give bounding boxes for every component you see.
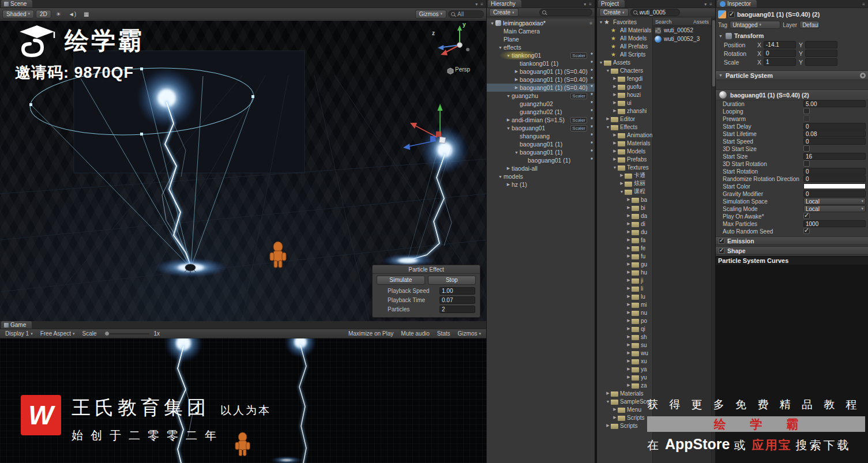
project-search-input[interactable] (640, 9, 673, 16)
layer-dropdown[interactable]: Default (799, 21, 819, 29)
hierarchy-item[interactable]: guangzhu02 (1) * ≡ (487, 108, 595, 116)
project-folder-row[interactable]: ▶ Scripts (597, 413, 652, 421)
project-folder-row[interactable]: ▶ Animations (597, 131, 652, 139)
transform-y-field[interactable] (805, 50, 837, 57)
particle-panel-value-field[interactable]: 2 (439, 306, 475, 313)
project-folder-row[interactable]: ▶ da (597, 212, 652, 220)
foldout-arrow[interactable]: ▶ (612, 133, 618, 137)
foldout-arrow[interactable]: ▶ (626, 351, 632, 355)
foldout-arrow[interactable]: ▶ (626, 262, 632, 266)
project-folder-row[interactable]: ▶ bi (597, 204, 652, 212)
foldout-arrow[interactable]: ▶ (612, 92, 618, 97)
project-folder-row[interactable]: ▶ po (597, 317, 652, 325)
project-folder-row[interactable]: ▼ Effects (597, 123, 652, 131)
project-folder-row[interactable]: ▼ Favorites (597, 18, 652, 26)
property-checkbox[interactable] (803, 108, 810, 114)
module-checkbox[interactable] (719, 238, 724, 244)
object-name[interactable]: baoguang01 (1) (S=0.40) (2) (737, 11, 866, 18)
particle-panel-value-field[interactable]: 1.00 (439, 287, 475, 295)
foldout-arrow[interactable]: ▶ (612, 141, 618, 145)
transform-header[interactable]: ▼ Transform (716, 31, 868, 40)
foldout-arrow[interactable]: ▶ (626, 254, 632, 258)
project-folder-row[interactable]: All Materials (597, 26, 652, 34)
menu-icon[interactable]: ≡ (589, 2, 592, 7)
project-folder-row[interactable]: ▶ li (597, 284, 652, 292)
project-folder-row[interactable]: ▼ 课程 (597, 187, 652, 195)
hierarchy-item[interactable]: ▼ guangzhu Scaler * ≡ (487, 92, 595, 100)
game-gizmos-dropdown[interactable]: Gizmos▾ (455, 329, 484, 338)
maximize-on-play-toggle[interactable]: Maximize on Play (345, 329, 396, 338)
project-folder-row[interactable]: ▶ mi (597, 300, 652, 308)
search-result-item[interactable]: wuti_00052_3 (653, 35, 711, 43)
foldout-arrow[interactable]: ▶ (605, 391, 611, 396)
scrollbar-thumb[interactable] (712, 20, 715, 86)
module-checkbox[interactable] (719, 248, 724, 254)
foldout-arrow[interactable]: ▶ (505, 182, 512, 187)
project-folder-row[interactable]: ▶ fe (597, 244, 652, 252)
project-folder-row[interactable]: ▶ fengdi (597, 74, 652, 82)
foldout-arrow[interactable]: ▼ (505, 94, 512, 98)
property-field[interactable]: 1000 (803, 220, 866, 227)
project-folder-row[interactable]: ▶ ya (597, 365, 652, 373)
foldout-arrow[interactable]: ▶ (513, 69, 520, 74)
foldout-arrow[interactable]: ▶ (626, 238, 632, 242)
project-folder-row[interactable]: ▼ SampleScenes (597, 397, 652, 405)
menu-icon[interactable]: ≡ (480, 2, 483, 7)
property-field[interactable]: 0 (803, 175, 866, 182)
tab-hierarchy[interactable]: Hierarchy (488, 0, 521, 7)
property-dropdown[interactable]: Local▾ (803, 198, 866, 205)
foldout-arrow[interactable]: ▶ (612, 108, 618, 113)
project-folder-row[interactable]: ▼ Textures (597, 163, 652, 171)
foldout-arrow[interactable]: ▶ (612, 157, 618, 161)
stop-button[interactable]: Stop (428, 276, 476, 285)
dropdown-icon[interactable]: ▾ (475, 2, 478, 7)
project-folder-row[interactable]: ▶ 炫丽 (597, 179, 652, 187)
tab-project[interactable]: Project (598, 0, 625, 7)
foldout-arrow[interactable]: ▶ (626, 367, 632, 371)
axis-z-label[interactable]: z (432, 30, 435, 36)
property-field[interactable]: 0.08 (803, 130, 866, 137)
property-checkbox[interactable] (803, 213, 810, 219)
project-create-button[interactable]: Create▾ (599, 8, 629, 17)
foldout-arrow[interactable]: ▶ (626, 197, 632, 202)
hierarchy-item[interactable]: ▶ hz (1) * ≡ (487, 180, 595, 189)
hierarchy-item[interactable]: tiankong01 (1) * ≡ (487, 59, 595, 67)
foldout-arrow[interactable]: ▶ (626, 270, 632, 274)
gear-icon[interactable] (860, 73, 866, 78)
hierarchy-item[interactable]: ▼ baoguang01 (1) * ≡ (487, 148, 595, 156)
foldout-arrow[interactable]: ▶ (619, 173, 625, 178)
foldout-arrow[interactable]: ▶ (626, 213, 632, 218)
foldout-arrow[interactable]: ▶ (619, 181, 625, 186)
search-scope-label[interactable]: Search (655, 19, 672, 25)
hierarchy-item[interactable]: ▶ tiaodai-all * ≡ (487, 164, 595, 172)
foldout-arrow[interactable]: ▼ (605, 400, 611, 404)
project-folder-row[interactable]: ▼ Chacters (597, 66, 652, 74)
project-folder-row[interactable]: ▶ Prefabs (597, 155, 652, 163)
ps-module-bar[interactable]: Shape (716, 246, 868, 255)
project-folder-row[interactable]: ▶ fu (597, 252, 652, 260)
property-field[interactable]: 0 (803, 190, 866, 197)
project-folder-row[interactable]: ▶ sh (597, 333, 652, 341)
foldout-arrow[interactable]: ▼ (598, 20, 604, 24)
foldout-arrow[interactable]: ▶ (626, 205, 632, 210)
property-checkbox[interactable] (803, 145, 810, 152)
persp-toggle[interactable]: Persp (455, 66, 470, 73)
hierarchy-item[interactable]: ▶ baoguang01 (1) (S=0.40) * ≡ (487, 67, 595, 76)
project-folder-row[interactable]: ▶ lu (597, 292, 652, 300)
property-field[interactable]: 5.00 (803, 100, 866, 107)
hierarchy-item[interactable]: Plane * ≡ (487, 35, 595, 43)
foldout-arrow[interactable]: ▼ (605, 125, 611, 129)
foldout-arrow[interactable]: ▶ (605, 423, 611, 428)
hierarchy-item[interactable]: shanguang * ≡ (487, 132, 595, 140)
project-folder-row[interactable]: All Scripts (597, 50, 652, 58)
hierarchy-item[interactable]: Main Camera * ≡ (487, 27, 595, 35)
particle-system-curves-bar[interactable]: Particle System Curves (716, 256, 868, 265)
foldout-arrow[interactable]: ▶ (626, 334, 632, 339)
project-folder-row[interactable]: ▶ Editor (597, 115, 652, 123)
hierarchy-search[interactable] (539, 9, 592, 16)
foldout-arrow[interactable]: ▶ (513, 77, 520, 82)
foldout-arrow[interactable]: ▶ (612, 100, 618, 105)
gizmos-dropdown[interactable]: Gizmos▾ (415, 10, 446, 18)
stats-toggle[interactable]: Stats (434, 329, 453, 338)
hierarchy-item[interactable]: baoguang01 (1) * ≡ (487, 156, 595, 164)
